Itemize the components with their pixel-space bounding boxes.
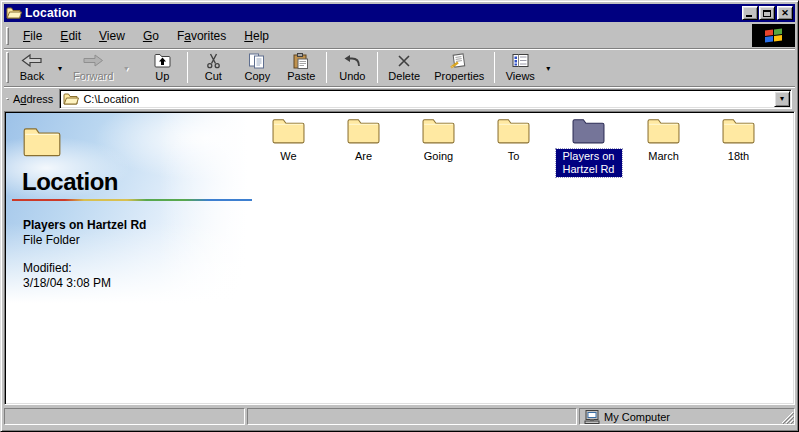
folder-icon — [722, 117, 755, 145]
forward-dropdown: ▾ — [120, 49, 132, 86]
window-title: Location — [25, 6, 741, 20]
rainbow-divider — [12, 199, 252, 201]
chevron-down-icon: ▾ — [780, 94, 784, 103]
file-item-18th[interactable]: 18th — [701, 117, 776, 177]
file-icon-row: We Are Going To Players on Hartzel Rd — [251, 117, 776, 177]
address-input[interactable]: C:\Location ▾ — [59, 89, 792, 109]
folder-view: Location Players on Hartzel Rd File Fold… — [4, 111, 795, 405]
file-label: March — [646, 149, 681, 164]
file-item-to[interactable]: To — [476, 117, 551, 177]
status-panel-middle — [247, 408, 577, 425]
webview-folder-icon — [23, 126, 61, 158]
menu-gripper[interactable] — [6, 27, 9, 45]
up-icon — [154, 52, 171, 69]
back-button[interactable]: Back — [10, 49, 54, 86]
toolbar: Back ▾ Forward ▾ Up — [4, 48, 795, 86]
cut-icon — [206, 52, 221, 69]
views-dropdown[interactable]: ▾ — [542, 49, 554, 86]
file-item-march[interactable]: March — [626, 117, 701, 177]
menu-items: File Edit View Go Favorites Help — [10, 24, 752, 48]
close-button[interactable]: ✕ — [777, 6, 793, 20]
paste-icon — [293, 52, 309, 69]
file-label-selected: Players on Hartzel Rd — [556, 149, 622, 177]
toolbar-separator — [377, 52, 378, 83]
properties-button[interactable]: Properties — [427, 49, 491, 86]
copy-button[interactable]: Copy — [235, 49, 279, 86]
delete-icon — [397, 52, 411, 69]
maximize-icon — [763, 10, 771, 17]
folder-icon — [272, 117, 305, 145]
folder-open-icon — [6, 6, 22, 20]
paste-button[interactable]: Paste — [279, 49, 323, 86]
properties-icon — [450, 52, 468, 69]
maximize-button[interactable] — [759, 6, 775, 20]
folder-open-icon — [63, 92, 79, 105]
menu-go[interactable]: Go — [134, 27, 168, 45]
close-icon: ✕ — [781, 9, 789, 18]
address-gripper[interactable] — [6, 98, 9, 100]
menu-file[interactable]: File — [14, 27, 51, 45]
modified-label: Modified: — [23, 261, 146, 276]
menu-help[interactable]: Help — [235, 27, 278, 45]
selection-name: Players on Hartzel Rd — [23, 218, 146, 233]
file-item-we[interactable]: We — [251, 117, 326, 177]
file-label: Are — [353, 149, 374, 164]
status-panel-left — [4, 408, 245, 425]
toolbar-separator — [187, 52, 188, 83]
status-bar: My Computer — [4, 408, 795, 428]
menu-edit[interactable]: Edit — [51, 27, 90, 45]
forward-icon — [82, 52, 104, 69]
file-label: Going — [422, 149, 455, 164]
menu-favorites[interactable]: Favorites — [168, 27, 235, 45]
undo-button[interactable]: Undo — [330, 49, 374, 86]
folder-icon — [347, 117, 380, 145]
file-item-going[interactable]: Going — [401, 117, 476, 177]
address-label: Address — [10, 93, 59, 105]
selection-details: Players on Hartzel Rd File Folder Modifi… — [23, 218, 146, 291]
toolbar-separator — [494, 52, 495, 83]
views-button[interactable]: Views — [498, 49, 542, 86]
folder-icon — [647, 117, 680, 145]
folder-icon-selected — [572, 117, 605, 145]
webview-heading: Location — [22, 168, 118, 196]
windows-logo-throbber — [752, 24, 795, 47]
file-item-are[interactable]: Are — [326, 117, 401, 177]
minimize-icon — [746, 15, 752, 17]
toolbar-separator — [326, 52, 327, 83]
toolbar-gripper[interactable] — [6, 52, 9, 83]
back-icon — [21, 52, 43, 69]
back-dropdown[interactable]: ▾ — [54, 49, 66, 86]
file-label: 18th — [726, 149, 751, 164]
cut-button[interactable]: Cut — [191, 49, 235, 86]
copy-icon — [248, 52, 266, 69]
address-value: C:\Location — [83, 93, 139, 105]
title-bar[interactable]: Location ✕ — [4, 4, 795, 22]
views-icon — [512, 52, 529, 69]
address-dropdown-button[interactable]: ▾ — [774, 91, 790, 107]
windows-flag-icon — [764, 27, 784, 44]
modified-value: 3/18/04 3:08 PM — [23, 276, 146, 291]
explorer-window: Location ✕ File Edit View Go Favorites H… — [0, 0, 799, 432]
selection-type: File Folder — [23, 233, 146, 248]
folder-icon — [422, 117, 455, 145]
menu-bar: File Edit View Go Favorites Help — [4, 24, 795, 48]
file-item-players-on-hartzel-rd[interactable]: Players on Hartzel Rd — [551, 117, 626, 177]
status-panel-zone: My Computer — [579, 408, 795, 425]
my-computer-icon — [584, 410, 600, 424]
undo-icon — [343, 52, 362, 69]
file-label: We — [278, 149, 298, 164]
forward-button: Forward — [66, 49, 120, 86]
resize-grip[interactable] — [781, 411, 794, 424]
menu-view[interactable]: View — [90, 27, 134, 45]
file-label: To — [506, 149, 522, 164]
delete-button[interactable]: Delete — [381, 49, 427, 86]
up-button[interactable]: Up — [140, 49, 184, 86]
address-bar: Address C:\Location ▾ — [4, 86, 795, 110]
status-zone-label: My Computer — [604, 411, 670, 423]
minimize-button[interactable] — [742, 6, 758, 20]
folder-icon — [497, 117, 530, 145]
